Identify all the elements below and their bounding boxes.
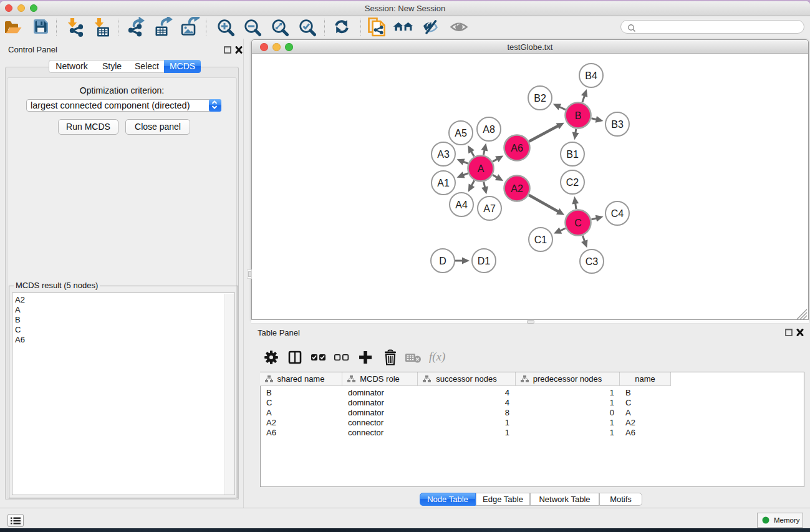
svg-text:A4: A4 — [455, 200, 468, 210]
svg-text:A6: A6 — [511, 143, 523, 153]
svg-text:A2: A2 — [511, 183, 523, 194]
svg-text:C: C — [574, 218, 582, 228]
svg-text:A3: A3 — [437, 149, 450, 160]
svg-text:B: B — [575, 110, 582, 121]
svg-text:A7: A7 — [483, 203, 496, 214]
svg-text:C4: C4 — [611, 208, 624, 219]
svg-text:A8: A8 — [483, 124, 495, 135]
svg-text:D: D — [439, 256, 446, 266]
svg-text:D1: D1 — [478, 256, 491, 266]
svg-text:C1: C1 — [534, 235, 547, 245]
svg-text:C2: C2 — [566, 177, 579, 188]
svg-text:C3: C3 — [586, 256, 599, 267]
svg-text:B1: B1 — [566, 149, 579, 160]
svg-text:A5: A5 — [455, 128, 467, 138]
svg-text:B3: B3 — [611, 119, 624, 130]
svg-text:B4: B4 — [585, 70, 597, 81]
svg-text:A: A — [478, 163, 485, 174]
svg-text:B2: B2 — [534, 93, 546, 104]
svg-text:A1: A1 — [437, 178, 450, 188]
